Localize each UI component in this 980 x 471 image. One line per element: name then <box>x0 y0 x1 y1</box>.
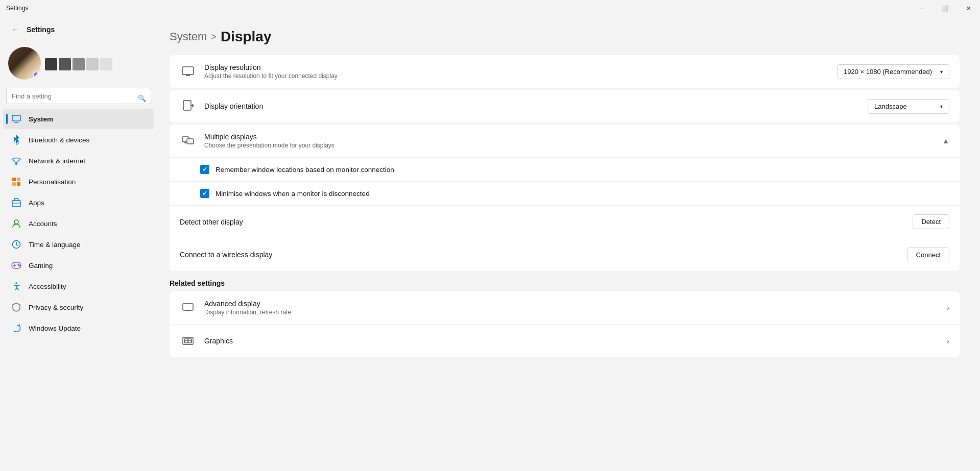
sidebar-item-apps[interactable]: Apps <box>3 192 154 213</box>
display-orientation-value: Landscape <box>874 103 907 110</box>
sidebar-item-accounts[interactable]: Accounts <box>3 213 154 234</box>
sidebar-item-gaming[interactable]: Gaming <box>3 255 154 276</box>
multiple-displays-text: Multiple displays Choose the presentatio… <box>204 133 334 149</box>
display-orientation-title: Display orientation <box>204 102 859 110</box>
back-button[interactable]: ← <box>8 22 22 37</box>
checkbox-row-remember: ✓ Remember window locations based on mon… <box>170 158 960 182</box>
display-orientation-row: Display orientation Landscape ▾ <box>170 90 960 122</box>
display-resolution-subtitle: Adjust the resolution to fit your connec… <box>204 72 829 80</box>
app-body: ← Settings 🔍 <box>0 16 980 471</box>
multiple-displays-header[interactable]: Multiple displays Choose the presentatio… <box>170 125 960 158</box>
display-orientation-text: Display orientation <box>204 102 859 110</box>
svg-rect-25 <box>183 304 193 310</box>
sidebar-item-personalisation[interactable]: Personalisation <box>3 171 154 192</box>
svg-rect-1 <box>14 122 18 123</box>
related-settings-label: Related settings <box>170 279 960 287</box>
svg-rect-0 <box>12 115 20 121</box>
sidebar-item-apps-label: Apps <box>29 199 44 207</box>
graphics-icon <box>180 333 196 349</box>
sidebar-item-time[interactable]: Time & language <box>3 234 154 255</box>
personalisation-icon <box>11 177 21 187</box>
swatch-lighter <box>100 58 112 70</box>
update-icon <box>11 323 21 333</box>
connect-wireless-control: Connect <box>907 247 949 262</box>
svg-point-2 <box>16 163 17 165</box>
multiple-displays-collapse-icon: ▲ <box>942 137 949 145</box>
sidebar-item-accessibility[interactable]: Accessibility <box>3 276 154 296</box>
sidebar-item-privacy[interactable]: Privacy & security <box>3 297 154 317</box>
advanced-display-text: Advanced display Display information, re… <box>204 300 947 316</box>
display-resolution-text: Display resolution Adjust the resolution… <box>204 63 829 80</box>
display-orientation-dropdown[interactable]: Landscape ▾ <box>868 99 949 114</box>
detect-display-row: Detect other display Detect <box>170 206 960 238</box>
graphics-chevron: › <box>947 337 949 345</box>
avatar <box>8 47 41 80</box>
multiple-displays-icon <box>180 133 196 149</box>
connect-wireless-title: Connect to a wireless display <box>180 251 899 259</box>
accounts-icon <box>11 218 21 229</box>
advanced-display-row[interactable]: Advanced display Display information, re… <box>170 291 960 325</box>
breadcrumb-current: Display <box>221 29 272 45</box>
bluetooth-icon <box>11 135 21 145</box>
swatch-light <box>86 58 99 70</box>
breadcrumb-parent[interactable]: System <box>170 30 207 43</box>
graphics-row[interactable]: Graphics › <box>170 325 960 357</box>
sidebar-item-system-label: System <box>29 115 53 123</box>
dropdown-chevron-icon: ▾ <box>940 69 943 75</box>
sidebar-profile <box>0 43 157 88</box>
sidebar-header: ← Settings <box>0 20 157 43</box>
advanced-display-icon <box>180 300 196 316</box>
system-icon <box>11 114 21 124</box>
search-input[interactable] <box>6 88 151 104</box>
gaming-icon <box>11 260 21 270</box>
checkbox-check-remember: ✓ <box>202 166 207 173</box>
breadcrumb: System > Display <box>170 29 960 45</box>
detect-button[interactable]: Detect <box>913 214 949 229</box>
svg-rect-19 <box>183 101 191 110</box>
maximize-button[interactable]: ⬜ <box>933 0 957 16</box>
display-resolution-icon <box>180 63 196 80</box>
multiple-displays-card: Multiple displays Choose the presentatio… <box>170 125 960 271</box>
swatch-gray <box>59 58 71 70</box>
checkbox-row-minimise: ✓ Minimise windows when a monitor is dis… <box>170 182 960 206</box>
minimize-button[interactable]: – <box>910 0 933 16</box>
display-resolution-control: 1920 × 1080 (Recommended) ▾ <box>837 64 949 79</box>
svg-rect-3 <box>12 178 16 181</box>
related-settings-card: Advanced display Display information, re… <box>170 291 960 357</box>
graphics-text: Graphics <box>204 337 947 345</box>
sidebar-item-time-label: Time & language <box>29 241 81 249</box>
checkbox-minimise-label: Minimise windows when a monitor is disco… <box>216 190 370 197</box>
apps-icon <box>11 197 21 208</box>
advanced-display-chevron: › <box>947 304 949 312</box>
svg-rect-22 <box>187 139 194 144</box>
sidebar: ← Settings 🔍 <box>0 16 157 471</box>
title-bar: Settings – ⬜ ✕ <box>0 0 980 16</box>
connect-wireless-row: Connect to a wireless display Connect <box>170 238 960 271</box>
network-icon <box>11 156 21 166</box>
display-resolution-dropdown[interactable]: 1920 × 1080 (Recommended) ▾ <box>837 64 949 79</box>
sidebar-item-bluetooth[interactable]: Bluetooth & devices <box>3 130 154 150</box>
svg-point-9 <box>14 220 18 224</box>
detect-display-title: Detect other display <box>180 218 904 226</box>
sidebar-item-update[interactable]: Windows Update <box>3 318 154 338</box>
checkbox-minimise[interactable]: ✓ <box>200 189 209 198</box>
advanced-display-subtitle: Display information, refresh rate <box>204 309 947 316</box>
close-button[interactable]: ✕ <box>957 0 980 16</box>
sidebar-item-network-label: Network & internet <box>29 157 85 165</box>
sidebar-item-network[interactable]: Network & internet <box>3 151 154 171</box>
svg-rect-6 <box>17 182 20 186</box>
svg-rect-7 <box>12 201 20 207</box>
swatch-mid <box>73 58 85 70</box>
privacy-icon <box>11 302 21 312</box>
checkbox-remember[interactable]: ✓ <box>200 165 209 174</box>
display-resolution-value: 1920 × 1080 (Recommended) <box>844 68 932 76</box>
sidebar-item-accessibility-label: Accessibility <box>29 283 66 290</box>
sidebar-item-accounts-label: Accounts <box>29 220 57 228</box>
sidebar-item-system[interactable]: System <box>3 109 154 129</box>
connect-button[interactable]: Connect <box>907 247 949 262</box>
main-content: System > Display Display resolution Adju… <box>157 16 980 471</box>
multiple-displays-subtitle: Choose the presentation mode for your di… <box>204 142 334 149</box>
sidebar-nav: System Bluetooth & devices <box>0 108 157 339</box>
sidebar-item-update-label: Windows Update <box>29 325 81 332</box>
detect-display-control: Detect <box>913 214 949 229</box>
